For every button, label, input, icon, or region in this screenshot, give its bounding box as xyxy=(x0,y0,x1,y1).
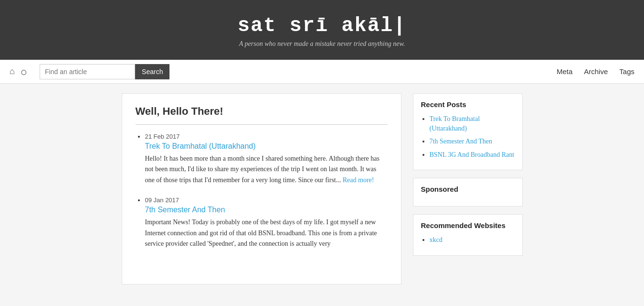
recommended-title: Recommended Websites xyxy=(421,221,515,230)
recent-posts-box: Recent Posts Trek To Bramhatal (Uttarakh… xyxy=(413,93,523,170)
recent-posts-title: Recent Posts xyxy=(421,100,515,109)
navbar: ⌂ ◯ Search Meta Archive Tags xyxy=(0,60,644,84)
search-form: Search xyxy=(40,64,169,79)
post-title-link[interactable]: 7th Semester And Then xyxy=(145,206,388,214)
recommended-link[interactable]: xkcd xyxy=(430,236,443,243)
nav-link-archive[interactable]: Archive xyxy=(584,67,608,76)
site-tagline: A person who never made a mistake never … xyxy=(10,40,634,48)
recent-post-item: 7th Semester And Then xyxy=(430,137,515,146)
post-excerpt: Hello! It has been more than a month sin… xyxy=(145,153,388,186)
site-title: sat srī akāl| xyxy=(10,14,634,37)
sponsored-title: Sponsored xyxy=(421,185,515,193)
site-header: sat srī akāl| A person who never made a … xyxy=(0,0,644,60)
post-date: 21 Feb 2017 xyxy=(145,133,388,140)
nav-right: Meta Archive Tags xyxy=(557,67,634,76)
post-list-item: 09 Jan 20177th Semester And ThenImportan… xyxy=(145,196,388,249)
search-input[interactable] xyxy=(40,64,135,79)
posts-list: 21 Feb 2017Trek To Bramhatal (Uttarakhan… xyxy=(136,132,388,249)
nav-link-tags[interactable]: Tags xyxy=(619,67,634,76)
post-date: 09 Jan 2017 xyxy=(145,197,388,204)
recommended-list: xkcd xyxy=(421,235,515,245)
page-heading: Well, Hello There! xyxy=(136,105,388,118)
github-icon[interactable]: ◯ xyxy=(21,67,26,76)
post-list-item: 21 Feb 2017Trek To Bramhatal (Uttarakhan… xyxy=(145,132,388,186)
post-excerpt: Important News! Today is probably one of… xyxy=(145,217,388,249)
sidebar: Recent Posts Trek To Bramhatal (Uttarakh… xyxy=(413,93,523,256)
recent-post-item: Trek To Bramhatal (Uttarakhand) xyxy=(430,114,515,133)
main-container: Well, Hello There! 21 Feb 2017Trek To Br… xyxy=(115,84,530,294)
recent-posts-list: Trek To Bramhatal (Uttarakhand)7th Semes… xyxy=(421,114,515,159)
recent-post-link[interactable]: Trek To Bramhatal (Uttarakhand) xyxy=(430,115,480,132)
recommended-item: xkcd xyxy=(430,235,515,245)
recent-post-item: BSNL 3G And Broadband Rant xyxy=(430,150,515,160)
nav-link-meta[interactable]: Meta xyxy=(557,67,572,76)
search-button[interactable]: Search xyxy=(135,64,169,79)
recommended-box: Recommended Websites xkcd xyxy=(413,214,523,256)
read-more-link[interactable]: Read more! xyxy=(343,176,374,184)
recent-post-link[interactable]: BSNL 3G And Broadband Rant xyxy=(430,151,515,158)
content-area: Well, Hello There! 21 Feb 2017Trek To Br… xyxy=(122,93,401,284)
home-icon[interactable]: ⌂ xyxy=(10,66,15,76)
post-title-link[interactable]: Trek To Bramhatal (Uttarakhand) xyxy=(145,142,388,151)
recent-post-link[interactable]: 7th Semester And Then xyxy=(430,138,493,145)
sponsored-box: Sponsored xyxy=(413,178,523,207)
nav-left: ⌂ ◯ Search xyxy=(10,64,169,79)
